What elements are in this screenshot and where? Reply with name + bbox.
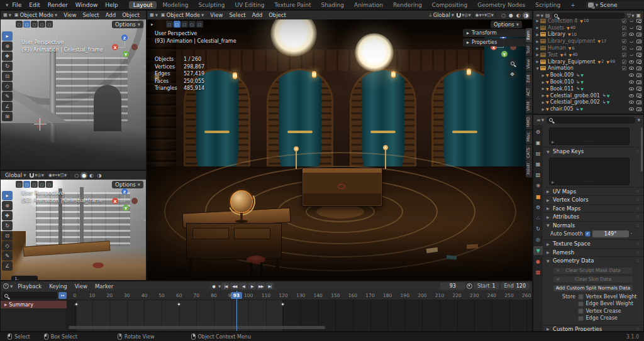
select-paint-button[interactable]: ▢ (46, 21, 53, 28)
list-box[interactable]: ▶⋯⋯ (549, 127, 630, 145)
shading-material-icon[interactable]: ◐ (515, 12, 522, 19)
menu-render[interactable]: Render (44, 2, 72, 8)
axis-x-neg-handle[interactable] (131, 44, 138, 50)
render-visibility-icon[interactable] (636, 46, 641, 50)
shading-wireframe-icon[interactable]: ○ (500, 12, 507, 19)
select-paint-button[interactable]: ▢ (196, 21, 203, 28)
overlays-icon[interactable]: ◫ (487, 13, 491, 18)
expand-arrow-icon[interactable]: ▶ (541, 107, 545, 111)
keyframe-diamond-frame-120[interactable] (280, 302, 285, 306)
end-frame-field[interactable]: End120 (501, 283, 530, 290)
expand-arrow-icon[interactable]: ▶ (541, 94, 545, 97)
exclude-checkbox[interactable]: ✓ (622, 66, 626, 70)
playhead-badge[interactable]: 93 (231, 292, 242, 299)
render-visibility-icon[interactable] (636, 40, 641, 43)
hide-eye-icon[interactable] (629, 53, 634, 56)
snap-magnet-icon[interactable] (457, 13, 461, 18)
outliner-row-library-equipment[interactable]: ▶Library_equipment▼17✓ (533, 38, 643, 45)
shading-solid-icon[interactable]: ● (80, 172, 87, 179)
expand-arrow-icon[interactable]: ▶ (535, 53, 540, 57)
scene-selector[interactable]: ▼ Scene ✕ (586, 1, 644, 9)
n-panel-tab-act[interactable]: ACT (526, 85, 532, 99)
cursor-tool-icon[interactable]: ▸ (151, 22, 153, 27)
jump-to-start-button[interactable]: |◀ (221, 283, 230, 290)
axis-z-handle[interactable]: Z (121, 188, 128, 195)
outliner-row-book-009[interactable]: ▶▼Book.009↳▼ (533, 72, 643, 78)
n-panel-section-transform[interactable]: ▸Transform (463, 29, 526, 37)
render-visibility-icon[interactable] (636, 67, 641, 70)
vertex-crease-checkbox[interactable] (578, 308, 584, 314)
add-custom-split-normals-data-button[interactable]: +Add Custom Split Normals Data (553, 284, 633, 292)
scale-tool[interactable]: ⊡ (2, 72, 13, 81)
expand-arrow-icon[interactable]: ▶ (547, 327, 550, 331)
viewport-menu-select[interactable]: Select (226, 12, 248, 18)
viewport-center[interactable]: ▦ ▼ ▣ Object Mode ▼ ViewSelectAddObject … (147, 10, 533, 281)
expand-arrow-icon[interactable]: ▶ (535, 60, 540, 63)
zoom-icon[interactable] (508, 58, 517, 68)
properties-tab-constraints[interactable]: ◎ (533, 235, 543, 244)
expand-arrow-icon[interactable]: ▶ (535, 40, 540, 43)
shading-rendered-icon[interactable]: ◑ (96, 172, 103, 179)
exclude-checkbox[interactable]: ✓ (622, 39, 626, 43)
workspace-tab-modeling[interactable]: Modeling (158, 1, 192, 9)
hide-eye-icon[interactable] (629, 67, 634, 70)
prev-keyframe-button[interactable]: ◀◀ (230, 283, 238, 290)
hide-eye-icon[interactable] (629, 26, 634, 29)
viewport-menu-object[interactable]: Object (265, 12, 289, 18)
properties-tab-tool[interactable]: ⚙ (533, 127, 543, 136)
outliner-row-assets[interactable]: ▶Assets▼40✓ (533, 24, 643, 31)
summary-track[interactable]: ▶ Summary (1, 301, 67, 308)
section-face-maps[interactable]: ▶Face Maps≡ (543, 204, 643, 213)
scrollbar[interactable] (641, 127, 643, 171)
n-panel-toggle-icon[interactable]: ‹ (144, 217, 146, 223)
timeline-menu-view[interactable]: View (71, 283, 91, 290)
expand-arrow-icon[interactable]: ▶ (541, 80, 545, 84)
section-shape-keys[interactable]: ▼Shape Keys≡ (543, 147, 643, 156)
workspace-tab-uv-editing[interactable]: UV Editing (230, 1, 269, 9)
render-visibility-icon[interactable] (636, 26, 641, 30)
viewport-menu-add[interactable]: Add (249, 12, 265, 18)
select-lasso-button[interactable]: ▢ (189, 21, 196, 28)
expand-arrow-icon[interactable]: ▼ (547, 149, 550, 154)
select-lasso-button[interactable]: ▢ (38, 181, 45, 188)
properties-tab-output[interactable]: ▤ (533, 149, 543, 158)
n-panel-toggle-icon[interactable]: ‹ (144, 63, 146, 69)
properties-search-input[interactable] (547, 117, 635, 124)
workspace-tab-geometry-nodes[interactable]: Geometry Nodes (473, 1, 530, 9)
expand-arrow-icon[interactable]: ▶ (547, 242, 550, 246)
snap-magnet-icon[interactable] (30, 173, 34, 178)
select-box-tool[interactable]: ▸ (2, 31, 13, 41)
exclude-checkbox[interactable]: ✓ (622, 26, 626, 30)
outliner-row-library[interactable]: ▶Library▼10✓ (533, 31, 643, 38)
display-mode-icon[interactable]: ≡▼ (536, 13, 543, 18)
outliner-row-book-011[interactable]: ▶▼Book.011↳▼ (533, 85, 643, 92)
hide-eye-icon[interactable] (629, 87, 634, 90)
select-lasso-button[interactable]: ▢ (38, 21, 45, 28)
orientation-selector[interactable]: ⟂ Global ▼ (427, 12, 456, 18)
n-panel-tab-item[interactable]: Item (526, 28, 532, 43)
workspace-tab-sculpting[interactable]: Sculpting (194, 1, 229, 9)
shading-wireframe-icon[interactable]: ○ (73, 172, 80, 179)
expand-arrow-icon[interactable]: ▶ (541, 73, 545, 77)
hide-eye-icon[interactable] (629, 40, 634, 43)
properties-tab-world[interactable]: ⊕ (533, 181, 543, 190)
shading-material-icon[interactable]: ◐ (88, 172, 95, 179)
workspace-tab-rendering[interactable]: Rendering (389, 1, 426, 9)
outliner-row-test[interactable]: ▶Test▼4▼40✓ (533, 51, 643, 58)
exclude-checkbox[interactable]: ✓ (622, 53, 626, 57)
channel-search-input[interactable] (3, 292, 57, 299)
expand-arrow-icon[interactable]: ▶ (541, 100, 545, 104)
viewport-menu-view[interactable]: View (60, 12, 79, 18)
hide-eye-icon[interactable] (629, 100, 634, 104)
orientation-selector[interactable]: ⟂ Global ▼ (144, 12, 146, 18)
play-reverse-button[interactable]: ◀ (239, 283, 247, 290)
expand-arrow-icon[interactable]: ▶ (541, 87, 545, 90)
list-box[interactable]: ▶⋯⋯ (549, 158, 630, 185)
jump-to-end-button[interactable]: ▶| (265, 283, 274, 290)
channel-filter-button[interactable]: ↔ (58, 292, 67, 299)
overlays-icon[interactable]: ◫ (60, 173, 64, 178)
expand-arrow-icon[interactable]: ▶ (535, 19, 540, 23)
navigation-gizmo[interactable]: ZXY (489, 33, 518, 62)
section-geometry-data[interactable]: ▼Geometry Data≡ (543, 256, 643, 265)
section-remesh[interactable]: ▶Remesh≡ (543, 248, 643, 257)
